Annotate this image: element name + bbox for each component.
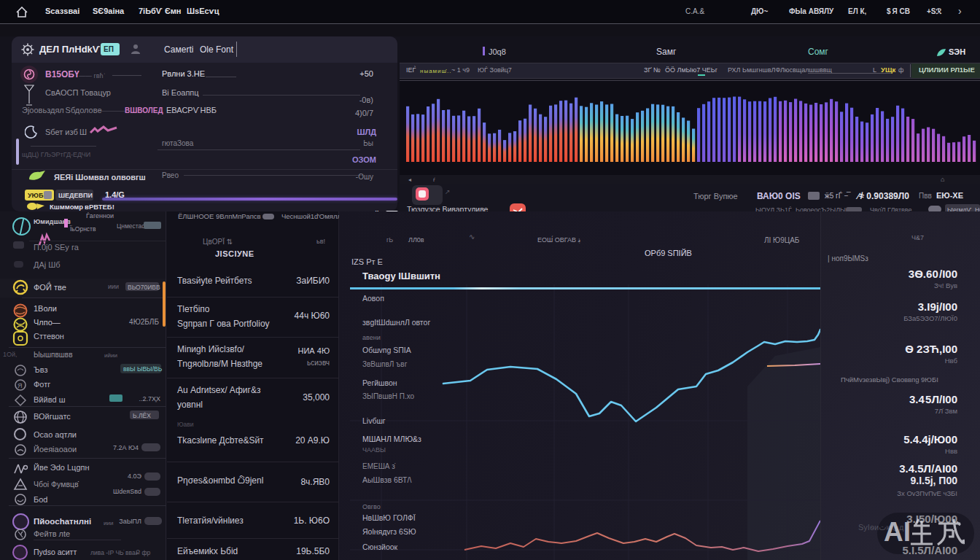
svg-text:Я: Я: [18, 382, 23, 389]
